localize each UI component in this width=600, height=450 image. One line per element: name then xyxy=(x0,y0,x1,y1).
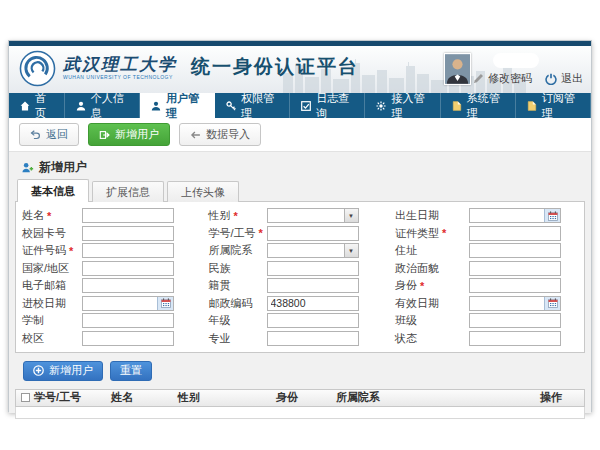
nav-item-subscription-management[interactable]: 订阅管理 xyxy=(516,93,591,118)
field-label: 证件号码* xyxy=(22,243,82,258)
id-number-input[interactable] xyxy=(82,243,174,258)
power-icon xyxy=(545,73,557,85)
field-birth-date: 出生日期 xyxy=(395,208,576,223)
nav-item-personal-info[interactable]: 个人信息 xyxy=(65,93,140,118)
nav-item-home[interactable]: 首页 xyxy=(9,93,65,118)
log-icon xyxy=(301,101,311,111)
field-identity: 身份* xyxy=(395,278,576,293)
chevron-down-icon[interactable]: ▼ xyxy=(344,209,358,222)
status-input[interactable] xyxy=(469,331,561,346)
id-type-input[interactable] xyxy=(469,226,561,241)
field-label: 出生日期 xyxy=(395,208,469,223)
nav-item-system-management[interactable]: 系统管理 xyxy=(441,93,516,118)
reset-button-label: 重置 xyxy=(120,363,142,378)
major-input[interactable] xyxy=(267,331,359,346)
grade-input[interactable] xyxy=(267,313,359,328)
form-panel: 姓名* 性别* ▼ 出生日期 校园卡号 学号/工号* 证件类型* xyxy=(15,201,585,353)
field-label: 籍贯 xyxy=(209,278,267,293)
field-label: 国家/地区 xyxy=(22,261,82,276)
tab-basic-info[interactable]: 基本信息 xyxy=(17,179,89,202)
entry-date-input[interactable] xyxy=(82,296,174,311)
gender-select[interactable]: ▼ xyxy=(267,208,359,223)
section-title: 新增用户 xyxy=(15,152,585,174)
field-label: 学号/工号* xyxy=(209,226,267,241)
ethnicity-input[interactable] xyxy=(267,261,359,276)
add-user-toolbar-button[interactable]: 新增用户 xyxy=(88,123,170,146)
field-campus-card-no: 校园卡号 xyxy=(22,226,187,241)
university-name-en: WUHAN UNIVERSITY OF TECHNOLOGY xyxy=(63,74,177,81)
field-label: 校区 xyxy=(22,331,82,346)
tab-extended-info[interactable]: 扩展信息 xyxy=(92,181,164,202)
header: 武汉理工大学 WUHAN UNIVERSITY OF TECHNOLOGY 统一… xyxy=(9,46,591,93)
campus-card-no-input[interactable] xyxy=(82,226,174,241)
calendar-icon[interactable] xyxy=(544,297,560,310)
valid-date-input[interactable] xyxy=(469,296,561,311)
column-identity: 身份 xyxy=(276,390,336,405)
tab-upload-avatar[interactable]: 上传头像 xyxy=(167,181,239,202)
field-label: 性别* xyxy=(209,208,267,223)
university-name-cn: 武汉理工大学 xyxy=(63,56,177,74)
identity-input[interactable] xyxy=(469,278,561,293)
back-button[interactable]: 返回 xyxy=(19,123,79,146)
country-region-input[interactable] xyxy=(82,261,174,276)
data-import-label: 数据导入 xyxy=(206,127,250,142)
nav-item-log-query[interactable]: 日志查询 xyxy=(290,93,365,118)
field-label: 有效日期 xyxy=(395,296,469,311)
tab-bar: 基本信息 扩展信息 上传头像 xyxy=(17,179,585,202)
select-all-checkbox[interactable] xyxy=(21,393,30,402)
reset-button[interactable]: 重置 xyxy=(110,361,152,381)
nav-label: 用户管理 xyxy=(166,91,203,121)
brand-block: 武汉理工大学 WUHAN UNIVERSITY OF TECHNOLOGY 统一… xyxy=(19,50,359,87)
tab-label: 扩展信息 xyxy=(106,185,150,200)
data-import-button[interactable]: 数据导入 xyxy=(179,123,261,146)
main-content: 新增用户 基本信息 扩展信息 上传头像 姓名* 性别* ▼ 出生日期 校园卡号 xyxy=(9,152,591,413)
field-political-status: 政治面貌 xyxy=(395,261,576,276)
address-input[interactable] xyxy=(469,243,561,258)
birth-date-input[interactable] xyxy=(469,208,561,223)
field-ethnicity: 民族 xyxy=(209,261,374,276)
field-label: 电子邮箱 xyxy=(22,278,82,293)
home-icon xyxy=(20,101,30,111)
nav-label: 订阅管理 xyxy=(542,91,579,121)
field-label: 班级 xyxy=(395,313,469,328)
campus-input[interactable] xyxy=(82,331,174,346)
class-input[interactable] xyxy=(469,313,561,328)
political-status-input[interactable] xyxy=(469,261,561,276)
department-select[interactable]: ▼ xyxy=(267,243,359,258)
app-window: 武汉理工大学 WUHAN UNIVERSITY OF TECHNOLOGY 统一… xyxy=(8,40,592,412)
logout-link[interactable]: 退出 xyxy=(545,71,583,86)
field-student-employee-no: 学号/工号* xyxy=(209,226,374,241)
field-name: 姓名* xyxy=(22,208,187,223)
add-user-toolbar-label: 新增用户 xyxy=(115,127,159,142)
add-user-submit-button[interactable]: 新增用户 xyxy=(23,361,103,381)
export-icon xyxy=(99,130,110,140)
field-label: 政治面貌 xyxy=(395,261,469,276)
field-class: 班级 xyxy=(395,313,576,328)
chevron-down-icon[interactable]: ▼ xyxy=(344,244,358,257)
nav-label: 系统管理 xyxy=(467,91,504,121)
nav-item-access-management[interactable]: 接入管理 xyxy=(365,93,440,118)
nav-item-user-management[interactable]: 用户管理 xyxy=(140,93,215,118)
user-avatar xyxy=(444,53,471,85)
field-schooling-length: 学制 xyxy=(22,313,187,328)
nav-item-permission-management[interactable]: 权限管理 xyxy=(215,93,290,118)
toolbar: 返回 新增用户 数据导入 xyxy=(9,118,591,152)
back-arrow-icon xyxy=(30,130,41,140)
field-label: 住址 xyxy=(395,243,469,258)
field-department: 所属院系 ▼ xyxy=(209,243,374,258)
results-table-header: 学号/工号 姓名 性别 身份 所属院系 操作 xyxy=(15,389,585,407)
field-country-region: 国家/地区 xyxy=(22,261,187,276)
calendar-icon[interactable] xyxy=(157,297,173,310)
student-employee-no-input[interactable] xyxy=(267,226,359,241)
change-password-link[interactable]: 修改密码 xyxy=(473,71,532,86)
email-input[interactable] xyxy=(82,278,174,293)
native-place-input[interactable] xyxy=(267,278,359,293)
nav-label: 日志查询 xyxy=(316,91,353,121)
university-logo-icon xyxy=(19,50,56,87)
postal-code-input[interactable] xyxy=(267,296,359,311)
section-title-label: 新增用户 xyxy=(39,159,87,176)
calendar-icon[interactable] xyxy=(544,209,560,222)
schooling-length-input[interactable] xyxy=(82,313,174,328)
name-input[interactable] xyxy=(82,208,174,223)
nav-label: 接入管理 xyxy=(391,91,428,121)
